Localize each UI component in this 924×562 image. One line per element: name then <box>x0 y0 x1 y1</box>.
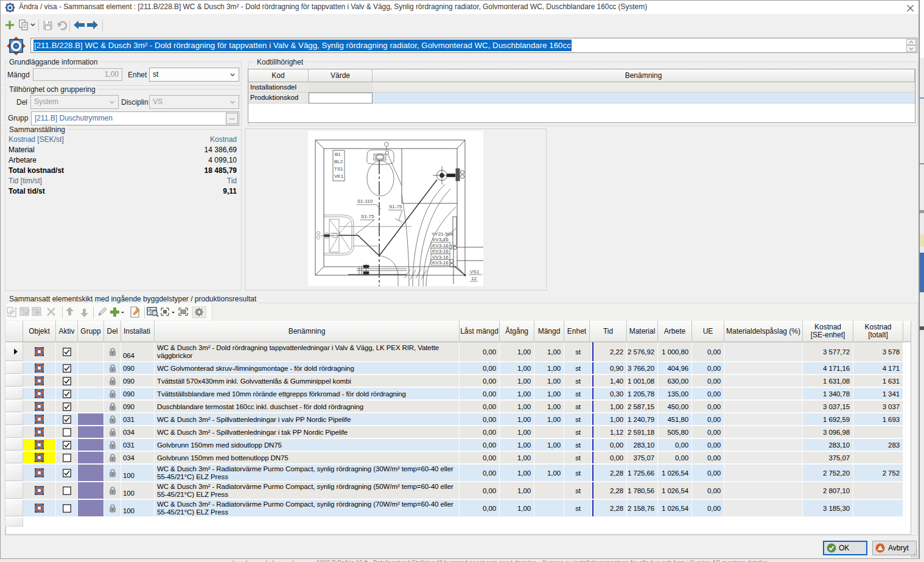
svg-text:BL2: BL2 <box>334 159 343 164</box>
svg-text:S1-75: S1-75 <box>361 214 374 219</box>
svg-text:VS1: VS1 <box>470 269 480 275</box>
svg-text:VV3-16: VV3-16 <box>432 237 449 242</box>
svg-text:KV3-16: KV3-16 <box>432 248 449 254</box>
svg-text:VV3-16: VV3-16 <box>432 255 449 260</box>
svg-text:YY21-504: YY21-504 <box>432 231 453 237</box>
svg-text:B1: B1 <box>335 152 341 157</box>
svg-text:KV3-16: KV3-16 <box>432 260 449 265</box>
svg-text:VK1: VK1 <box>334 174 344 179</box>
svg-text:TS1: TS1 <box>334 166 343 172</box>
svg-text:KV3-16: KV3-16 <box>432 243 449 248</box>
svg-text:12: 12 <box>471 276 477 281</box>
svg-text:S1-110: S1-110 <box>357 198 373 204</box>
svg-text:S1-75: S1-75 <box>389 204 402 209</box>
